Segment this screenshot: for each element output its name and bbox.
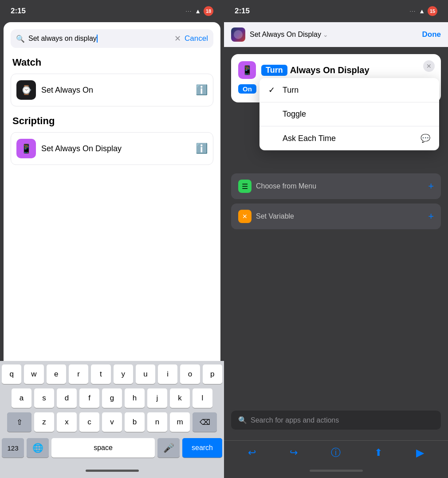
search-bar[interactable]: 🔍 Set always on display ✕ Cancel [11, 29, 213, 48]
key-z[interactable]: z [34, 412, 54, 432]
dropdown-label-ask: Ask Each Time [283, 134, 415, 143]
battery-badge-left: 18 [204, 6, 213, 16]
home-indicator-right [224, 463, 448, 478]
key-b[interactable]: b [125, 412, 145, 432]
choose-menu-label: Choose from Menu [256, 182, 316, 190]
key-e[interactable]: e [47, 364, 66, 384]
set-variable-label: Set Variable [256, 212, 294, 220]
key-l[interactable]: l [193, 388, 212, 408]
key-p[interactable]: p [203, 364, 222, 384]
key-j[interactable]: j [147, 388, 167, 408]
set-variable-row[interactable]: ✕ Set Variable + [231, 204, 441, 229]
search-bottom-bar[interactable]: 🔍 Search for apps and actions [231, 411, 441, 430]
info-toolbar-button[interactable]: ⓘ [331, 446, 341, 459]
spacer-rows: ☰ Choose from Menu + ✕ Set Variable + [231, 173, 441, 229]
right-header: Set Always On Display ⌄ Done [224, 22, 448, 47]
dropdown-label-toggle: Toggle [283, 110, 430, 119]
key-mic[interactable]: 🎤 [157, 438, 180, 458]
key-shift[interactable]: ⇧ [7, 412, 31, 432]
checkmark-icon: ✓ [268, 85, 277, 95]
key-v[interactable]: v [102, 412, 122, 432]
scripting-section: Scripting 📱 Set Always On Display ℹ️ [11, 115, 213, 165]
watch-app-icon: ⌚ [16, 80, 36, 100]
choose-menu-icon: ☰ [238, 180, 252, 193]
dropdown-item-turn[interactable]: ✓ Turn [259, 78, 439, 102]
done-button[interactable]: Done [422, 30, 441, 39]
key-row-2: a s d f g h j k l [2, 388, 222, 408]
search-bottom-icon: 🔍 [238, 416, 247, 424]
result-label-set-always-on-display: Set Always On Display [41, 144, 190, 153]
key-space[interactable]: space [51, 438, 155, 458]
wifi-icon: ▲ [195, 8, 201, 15]
key-y[interactable]: y [114, 364, 133, 384]
key-a[interactable]: a [12, 388, 31, 408]
wifi-icon-right: ▲ [419, 8, 425, 15]
key-x[interactable]: x [57, 412, 77, 432]
info-button-watch[interactable]: ℹ️ [196, 84, 208, 96]
chevron-down-icon[interactable]: ⌄ [323, 31, 328, 38]
key-k[interactable]: k [170, 388, 190, 408]
keyboard: q w e r t y u i o p a s d f g h j k [0, 361, 224, 478]
key-123[interactable]: 123 [2, 438, 24, 458]
choose-from-menu-row[interactable]: ☰ Choose from Menu + [231, 173, 441, 199]
status-icons-right: ··· ▲ 15 [410, 6, 437, 16]
key-q[interactable]: q [2, 364, 21, 384]
cancel-button[interactable]: Cancel [185, 34, 208, 43]
key-n[interactable]: n [147, 412, 167, 432]
search-input[interactable]: Set always on display [28, 35, 171, 43]
right-panel: 2:15 ··· ▲ 15 Set Always On Display ⌄ Do… [224, 0, 448, 478]
key-w[interactable]: w [24, 364, 43, 384]
search-bottom-text: Search for apps and actions [251, 416, 339, 424]
dropdown-item-ask-each-time[interactable]: Ask Each Time 💬 [259, 126, 439, 150]
key-d[interactable]: d [57, 388, 77, 408]
info-button-scripting[interactable]: ℹ️ [196, 143, 208, 154]
key-i[interactable]: i [158, 364, 177, 384]
result-label-set-always-on: Set Always On [41, 86, 190, 95]
key-c[interactable]: c [79, 412, 99, 432]
key-h[interactable]: h [125, 388, 145, 408]
search-bottom-container: 🔍 Search for apps and actions [224, 411, 448, 440]
keyboard-rows: q w e r t y u i o p a s d f g h j k [0, 361, 224, 438]
list-item-set-always-on[interactable]: ⌚ Set Always On ℹ️ [11, 74, 213, 106]
dropdown-menu: ✓ Turn Toggle Ask Each Time 💬 [259, 78, 439, 150]
key-r[interactable]: r [69, 364, 88, 384]
time-left: 2:15 [11, 7, 26, 16]
key-delete[interactable]: ⌫ [193, 412, 217, 432]
key-emoji[interactable]: 🌐 [27, 438, 49, 458]
status-bar-left: 2:15 ··· ▲ 18 [0, 0, 224, 22]
action-card-title: Turn Always On Display [261, 65, 369, 76]
key-t[interactable]: t [91, 364, 110, 384]
key-m[interactable]: m [170, 412, 190, 432]
undo-button[interactable]: ↩ [248, 447, 256, 458]
home-bar-left [86, 470, 139, 472]
left-panel: 2:15 ··· ▲ 18 🔍 Set always on display ✕ … [0, 0, 224, 478]
clear-icon[interactable]: ✕ [174, 34, 181, 43]
action-title-suffix: Always On Display [290, 65, 369, 75]
set-variable-icon: ✕ [238, 210, 252, 223]
signal-icon-right: ··· [410, 9, 416, 14]
on-badge[interactable]: On [238, 84, 256, 94]
bottom-toolbar: ↩ ↪ ⓘ ⬆ ▶ [224, 440, 448, 463]
key-g[interactable]: g [102, 388, 122, 408]
keyboard-bottom-row: 123 🌐 space 🎤 search [0, 438, 224, 463]
redo-button[interactable]: ↪ [290, 447, 298, 458]
key-o[interactable]: o [180, 364, 200, 384]
play-button[interactable]: ▶ [416, 447, 424, 459]
add-set-variable-button[interactable]: + [428, 211, 434, 222]
key-search[interactable]: search [182, 438, 222, 458]
header-title: Set Always On Display ⌄ [250, 31, 418, 39]
close-button[interactable]: ✕ [423, 60, 435, 72]
turn-badge[interactable]: Turn [261, 65, 287, 76]
share-button[interactable]: ⬆ [374, 447, 382, 458]
dropdown-item-toggle[interactable]: Toggle [259, 102, 439, 126]
list-item-set-always-on-display[interactable]: 📱 Set Always On Display ℹ️ [11, 132, 213, 165]
time-right: 2:15 [235, 7, 250, 16]
action-card-icon: 📱 [238, 61, 256, 79]
key-u[interactable]: u [136, 364, 155, 384]
add-choose-menu-button[interactable]: + [428, 180, 434, 192]
home-indicator-left [0, 463, 224, 478]
shortcuts-app-icon [231, 27, 245, 42]
key-s[interactable]: s [34, 388, 54, 408]
key-f[interactable]: f [79, 388, 99, 408]
right-main-area: 📱 Turn Always On Display ✕ On ✓ Tu [224, 47, 448, 478]
